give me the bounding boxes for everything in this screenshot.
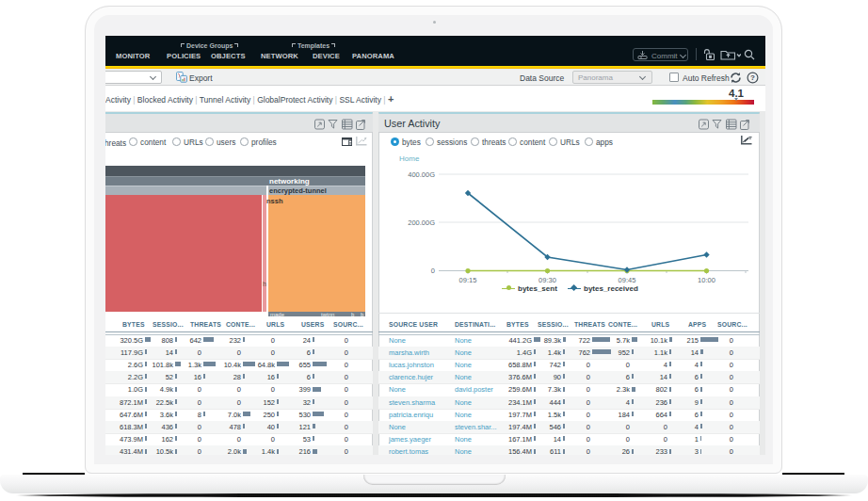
svg-text:?: ? <box>750 73 755 82</box>
